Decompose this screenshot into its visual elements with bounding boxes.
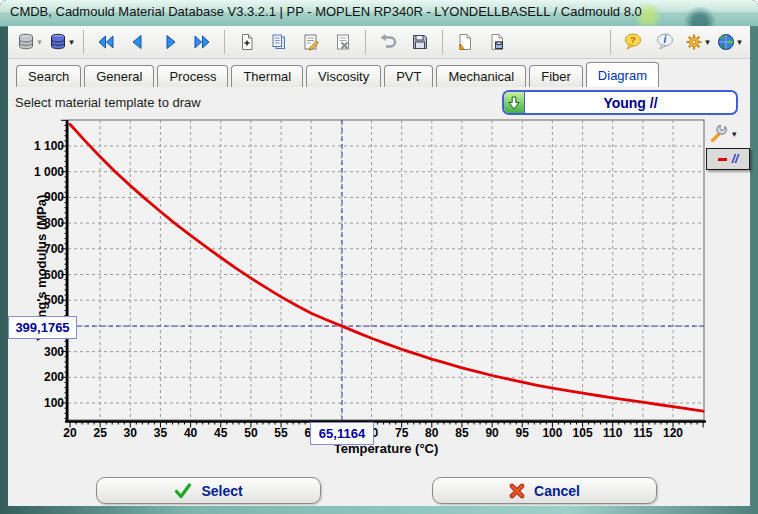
- title-bar[interactable]: CMDB, Cadmould Material Database V3.3.2.…: [0, 0, 758, 27]
- database-select-button[interactable]: ▾: [46, 29, 76, 55]
- last-record-button[interactable]: [187, 29, 217, 55]
- toolbar-separator: [442, 30, 443, 54]
- svg-text:75: 75: [395, 426, 409, 440]
- svg-text:1 100: 1 100: [34, 139, 64, 153]
- help-icon: ?: [623, 32, 643, 52]
- window-title: CMDB, Cadmould Material Database V3.3.2.…: [10, 4, 642, 19]
- dropdown-caret-icon: ▾: [69, 38, 74, 47]
- svg-text:i: i: [664, 34, 667, 45]
- chart-legend[interactable]: //: [706, 148, 750, 170]
- svg-text:45: 45: [214, 426, 228, 440]
- template-row-label: Select material template to draw: [15, 95, 201, 110]
- save-icon: [410, 32, 430, 52]
- tab-diagram[interactable]: Diagram: [586, 62, 659, 87]
- dropdown-caret-icon: ▾: [37, 38, 42, 47]
- info-icon: i: [655, 32, 675, 52]
- next-record-icon: [160, 32, 180, 52]
- svg-text:40: 40: [184, 426, 198, 440]
- tab-fiber[interactable]: Fiber: [529, 65, 583, 87]
- delete-record-icon: [333, 32, 353, 52]
- tab-thermal[interactable]: Thermal: [231, 65, 303, 87]
- tab-general[interactable]: General: [84, 65, 154, 87]
- new-record-button[interactable]: [232, 29, 262, 55]
- svg-text:120: 120: [663, 426, 683, 440]
- toolbar: ▾ ▾: [8, 26, 750, 59]
- cross-icon: [509, 483, 525, 499]
- import-file-icon: [455, 32, 475, 52]
- gear-icon: [684, 32, 704, 52]
- select-button-label: Select: [201, 483, 242, 499]
- info-button[interactable]: i: [650, 29, 680, 55]
- svg-text:95: 95: [516, 426, 530, 440]
- template-select-dropdown-button[interactable]: [504, 92, 525, 113]
- app-window: CMDB, Cadmould Material Database V3.3.2.…: [0, 0, 758, 514]
- tab-mechanical[interactable]: Mechanical: [436, 65, 526, 87]
- edit-record-button[interactable]: [296, 29, 326, 55]
- select-button[interactable]: Select: [96, 477, 321, 504]
- dropdown-caret-icon: ▾: [732, 130, 737, 139]
- svg-text:50: 50: [244, 426, 258, 440]
- svg-text:90: 90: [485, 426, 499, 440]
- database-icon: [48, 32, 68, 52]
- copy-icon: [269, 32, 289, 52]
- previous-record-icon: [128, 32, 148, 52]
- svg-text:100: 100: [542, 426, 562, 440]
- svg-text:20: 20: [63, 426, 77, 440]
- wrench-icon: [708, 123, 730, 145]
- legend-line-sample: [718, 158, 727, 161]
- settings-button[interactable]: ▾: [682, 29, 712, 55]
- help-button[interactable]: ?: [618, 29, 648, 55]
- export-file-button[interactable]: [482, 29, 512, 55]
- edit-icon: [301, 32, 321, 52]
- tab-viscosity[interactable]: Viscosity: [306, 65, 381, 87]
- svg-text:115: 115: [633, 426, 653, 440]
- previous-record-button[interactable]: [123, 29, 153, 55]
- next-record-button[interactable]: [155, 29, 185, 55]
- svg-text:110: 110: [603, 426, 623, 440]
- svg-text:105: 105: [573, 426, 593, 440]
- database-list-icon: [16, 32, 36, 52]
- save-record-button[interactable]: [405, 29, 435, 55]
- new-record-icon: [237, 32, 257, 52]
- export-file-icon: [487, 32, 507, 52]
- diagram-plot[interactable]: 1002003004005006007008009001 0001 100202…: [8, 118, 750, 458]
- undo-button[interactable]: [373, 29, 403, 55]
- copy-record-button[interactable]: [264, 29, 294, 55]
- last-record-icon: [192, 32, 212, 52]
- diagram-panel: 1002003004005006007008009001 0001 100202…: [8, 118, 750, 458]
- template-select[interactable]: Young //: [502, 90, 738, 115]
- database-list-button[interactable]: ▾: [14, 29, 44, 55]
- svg-text:85: 85: [455, 426, 469, 440]
- client-area: ▾ ▾: [8, 26, 750, 506]
- legend-series-label: //: [732, 152, 739, 166]
- svg-text:30: 30: [124, 426, 138, 440]
- cursor-y-value: 399,1765: [8, 316, 77, 339]
- template-select-value: Young //: [525, 92, 736, 113]
- import-file-button[interactable]: [450, 29, 480, 55]
- undo-icon: [378, 32, 398, 52]
- tab-bar: SearchGeneralProcessThermalViscosityPVTM…: [8, 59, 750, 87]
- first-record-button[interactable]: [91, 29, 121, 55]
- toolbar-separator: [83, 30, 84, 54]
- cancel-button[interactable]: Cancel: [432, 477, 657, 504]
- language-button[interactable]: ▾: [714, 29, 744, 55]
- footer: Select Cancel: [8, 458, 750, 506]
- chart-tools-button[interactable]: ▾: [708, 122, 746, 146]
- toolbar-separator: [224, 30, 225, 54]
- delete-record-button[interactable]: [328, 29, 358, 55]
- cursor-x-value: 65,1164: [310, 422, 374, 445]
- first-record-icon: [96, 32, 116, 52]
- dropdown-caret-icon: ▾: [737, 38, 742, 47]
- check-icon: [174, 483, 192, 499]
- dropdown-caret-icon: ▾: [705, 38, 710, 47]
- svg-text:1 000: 1 000: [34, 165, 64, 179]
- svg-text:55: 55: [274, 426, 288, 440]
- cancel-button-label: Cancel: [534, 483, 580, 499]
- tab-search[interactable]: Search: [16, 65, 81, 87]
- svg-text:80: 80: [425, 426, 439, 440]
- tab-pvt[interactable]: PVT: [384, 65, 433, 87]
- template-row: Select material template to draw Young /…: [8, 87, 750, 118]
- tab-process[interactable]: Process: [157, 65, 228, 87]
- svg-text:25: 25: [93, 426, 107, 440]
- toolbar-separator: [365, 30, 366, 54]
